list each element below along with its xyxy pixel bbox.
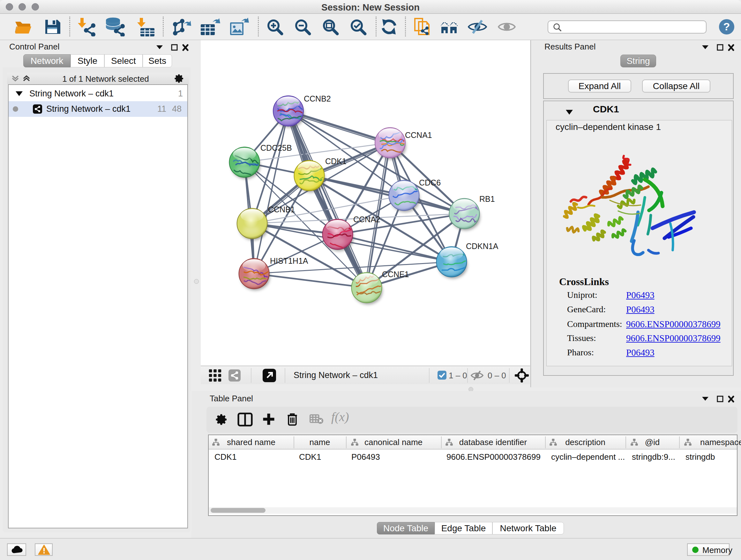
svg-text:CDC6: CDC6	[419, 178, 441, 187]
svg-text:HIST1H1A: HIST1H1A	[270, 256, 308, 265]
svg-text:CCNA1: CCNA1	[405, 131, 432, 139]
svg-text:RB1: RB1	[479, 194, 495, 203]
svg-text:CCNA2: CCNA2	[353, 215, 381, 224]
svg-text:CDKN1A: CDKN1A	[466, 242, 498, 251]
svg-text:CDK1: CDK1	[325, 157, 347, 166]
svg-text:CCNB1: CCNB1	[268, 205, 295, 214]
svg-text:?: ?	[724, 20, 730, 33]
svg-text:CDC25B: CDC25B	[260, 143, 292, 152]
svg-text:CCNB2: CCNB2	[304, 94, 331, 103]
svg-text:CCNE1: CCNE1	[382, 270, 409, 279]
